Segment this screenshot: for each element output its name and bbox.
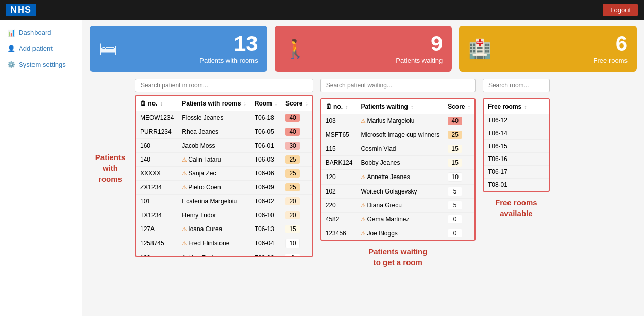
cell-score: 25 (444, 128, 474, 142)
cell-name: Cosmin Vlad (357, 142, 444, 156)
cell-name: Flossie Jeanes (178, 111, 250, 125)
cell-name: ⚠Annette Jeanes (357, 170, 444, 185)
patients-rooms-section: Patients withrooms 🗓 no. ↕ Patients with… (90, 79, 313, 257)
cell-no: 101 (136, 195, 178, 208)
cell-score: 10 (281, 236, 312, 251)
cell-name: Bobby Jeanes (357, 156, 444, 170)
cell-score: 20 (281, 195, 312, 208)
col-patients-waiting: Patients waiting ↕ (357, 99, 444, 114)
stat-with-rooms-number: 13 (125, 33, 258, 55)
col-no: 🗓 no. ↕ (136, 96, 178, 111)
stats-row: 🛏 13 Patients with rooms 🚶 9 Patients wa… (90, 26, 637, 72)
table-row: PURR1234 Rhea Jeanes T06-05 40 (136, 125, 312, 139)
patients-waiting-header: 🗓 no. ↕ Patients waiting ↕ Score ↕ (321, 99, 474, 114)
table-row: MEOW1234 Flossie Jeanes T06-18 40 (136, 111, 312, 125)
patients-waiting-table-wrapper: 🗓 no. ↕ Patients waiting ↕ Score ↕ 103 ⚠… (320, 98, 476, 241)
cell-no: ZX1234 (136, 181, 178, 195)
cell-room: T06-06 (250, 167, 281, 181)
sidebar-item-add-patient-label: Add patient (19, 45, 53, 52)
cell-no: MEOW1234 (136, 111, 178, 125)
table-row: T06-17 (484, 166, 549, 179)
cell-room: T06-05 (250, 125, 281, 139)
free-rooms-table: Free rooms ↕ T06-12T06-14T06-15T06-16T06… (484, 99, 549, 191)
table-row: 160 Jacob Moss T06-01 30 (136, 139, 312, 153)
search-room-input[interactable] (483, 79, 550, 92)
sidebar: 📊 Dashboard 👤 Add patient ⚙️ System sett… (0, 20, 82, 316)
sidebar-item-system-settings[interactable]: ⚙️ System settings (0, 57, 82, 73)
patients-rooms-scroll[interactable]: 🗓 no. ↕ Patients with rooms ↕ Room ↕ Sco… (136, 96, 312, 256)
cell-name: Microsoft Image cup winners (357, 128, 444, 142)
cell-room: T06-18 (250, 111, 281, 125)
add-patient-icon: 👤 (7, 45, 15, 52)
search-patient-waiting-input[interactable] (320, 79, 476, 92)
table-row: MSFT65 Microsoft Image cup winners 25 (321, 128, 474, 142)
cell-room: T06-03 (250, 153, 281, 167)
cell-room: T08-02 (250, 251, 281, 256)
cell-score: 0 (444, 226, 474, 240)
cell-name: ⚠Joe Bloggs (357, 226, 444, 240)
free-rooms-table-wrapper: Free rooms ↕ T06-12T06-14T06-15T06-16T06… (483, 98, 550, 192)
cell-score: 20 (281, 208, 312, 222)
cell-name: ⚠Marius Margeloiu (357, 114, 444, 128)
app-header: NHS Logout (0, 0, 644, 20)
cell-score: 40 (281, 111, 312, 125)
table-row: BARK124 Bobby Jeanes 15 (321, 156, 474, 170)
col-patients-rooms: Patients with rooms ↕ (178, 96, 250, 111)
table-row: ZX1234 ⚠Pietro Coen T06-09 25 (136, 181, 312, 195)
stat-card-with-rooms: 🛏 13 Patients with rooms (90, 26, 267, 72)
cell-score: 10 (444, 170, 474, 185)
col-waiting-score: Score ↕ (444, 99, 474, 114)
search-patient-room-input[interactable] (135, 79, 313, 92)
cell-score: 0 (281, 251, 312, 256)
cell-name: Woitech Golagevsky (357, 185, 444, 199)
table-row: 115 Cosmin Vlad 15 (321, 142, 474, 156)
table-row: T06-14 (484, 127, 549, 140)
cell-name: Henry Tudor (178, 208, 250, 222)
cell-room: T06-17 (484, 166, 549, 179)
cell-room: T06-16 (484, 153, 549, 166)
col-score: Score ↕ (281, 96, 312, 111)
cell-name: Rhea Jeanes (178, 125, 250, 139)
cell-name: Adrian Radu (178, 251, 250, 256)
cell-no: BARK124 (321, 156, 357, 170)
stat-waiting-number: 9 (314, 33, 443, 55)
cell-name: ⚠Sanja Zec (178, 167, 250, 181)
cell-no: 220 (321, 199, 357, 213)
cell-no: 1258745 (136, 236, 178, 251)
stat-card-free-rooms: 🏥 6 Free rooms (459, 26, 637, 72)
table-row: T08-01 (484, 179, 549, 191)
sidebar-item-add-patient[interactable]: 👤 Add patient (0, 41, 82, 57)
stat-card-waiting: 🚶 9 Patients waiting (275, 26, 452, 72)
stat-waiting-label: Patients waiting (314, 57, 443, 64)
cell-name: Jacob Moss (178, 139, 250, 153)
free-rooms-section: Free rooms ↕ T06-12T06-14T06-15T06-16T06… (483, 79, 550, 219)
cell-no: 123456 (321, 226, 357, 240)
annotation-patients-rooms: Patients withrooms (90, 152, 131, 184)
cell-score: 15 (444, 156, 474, 170)
table-row: 127A ⚠Ioana Curea T06-13 15 (136, 222, 312, 236)
cell-no: PURR1234 (136, 125, 178, 139)
main-content: 🛏 13 Patients with rooms 🚶 9 Patients wa… (82, 20, 644, 316)
cell-score: 15 (281, 222, 312, 236)
cell-name: ⚠Calin Tataru (178, 153, 250, 167)
patients-rooms-table-wrapper: 🗓 no. ↕ Patients with rooms ↕ Room ↕ Sco… (135, 95, 313, 257)
table-row: 4582 ⚠Gema Martinez 0 (321, 213, 474, 226)
cell-room: T06-15 (484, 140, 549, 153)
sidebar-item-dashboard[interactable]: 📊 Dashboard (0, 25, 82, 41)
cell-room: T06-14 (484, 127, 549, 140)
table-row: 103 ⚠Marius Margeloiu 40 (321, 114, 474, 128)
cell-score: 5 (444, 199, 474, 213)
cell-name: ⚠Diana Grecu (357, 199, 444, 213)
hospital-icon: 🏥 (468, 38, 492, 60)
annotation-patients-waiting: Patients waitingto get a room (368, 246, 427, 268)
waiting-icon: 🚶 (284, 38, 307, 60)
table-row: 130 Adrian Radu T08-02 0 (136, 251, 312, 256)
logout-button[interactable]: Logout (603, 4, 638, 16)
cell-score: 0 (444, 213, 474, 226)
table-row: 1258745 ⚠Fred Flintstone T06-04 10 (136, 236, 312, 251)
cell-room: T06-12 (484, 114, 549, 127)
cell-name: ⚠Gema Martinez (357, 213, 444, 226)
patients-rooms-table: 🗓 no. ↕ Patients with rooms ↕ Room ↕ Sco… (136, 96, 312, 256)
table-row: XXXXX ⚠Sanja Zec T06-06 25 (136, 167, 312, 181)
cell-score: 40 (281, 125, 312, 139)
